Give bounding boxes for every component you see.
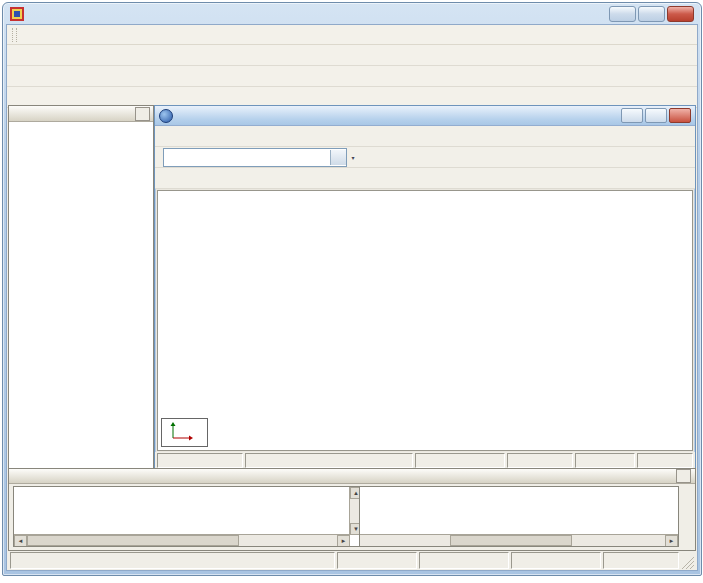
scroll-left-icon[interactable]: ◄ [14,535,27,547]
error-horizontal-scrollbar[interactable]: ► [360,534,678,546]
view-icon [159,109,173,123]
view-window: ▾ [154,105,696,469]
support-close-button[interactable] [676,469,691,483]
menu-bar [7,25,697,45]
scroll-right-icon[interactable]: ► [665,535,678,547]
menu-place[interactable] [76,32,90,37]
menu-grip [12,28,17,42]
view-close-button[interactable] [669,108,691,123]
menu-settings[interactable] [118,32,132,37]
analysis-case-combo[interactable] [163,148,347,167]
support-error-text[interactable]: ► [359,486,679,547]
maximize-button[interactable] [638,6,665,22]
scroll-right-icon[interactable]: ► [337,535,350,547]
main-toolbar-row2 [7,66,697,87]
view-toolbar-row1 [155,126,695,147]
view-titlebar[interactable] [155,106,695,126]
support-window: ▲ ▼ ◄ ► ► [8,468,696,551]
navigator-close-button[interactable] [135,107,150,121]
navigator-window [8,105,154,469]
status-unit-system [603,552,679,569]
support-titlebar [9,469,695,484]
view-toolbar-row3 [155,168,695,189]
support-help-text[interactable]: ▲ ▼ ◄ ► [13,486,363,547]
menu-help[interactable] [160,32,174,37]
status-select-mode [419,552,509,569]
main-window: ▾ [2,2,702,576]
status-bar [8,551,696,569]
menu-window[interactable] [146,32,160,37]
axis-indicator [161,418,208,447]
cursor-y-coordinate [575,453,635,468]
main-toolbar-row1 [7,45,697,66]
cursor-x-coordinate [507,453,573,468]
axis-arrows-icon [162,419,207,446]
status-screen-mode [337,552,417,569]
menu-view[interactable] [62,32,76,37]
view-restore-button[interactable] [645,108,667,123]
main-titlebar [3,3,701,24]
view-status-plane [157,453,243,468]
drawing-canvas[interactable] [157,190,693,451]
help-horizontal-scrollbar[interactable]: ◄ ► [14,534,350,546]
case-dropdown[interactable]: ▾ [348,148,359,166]
menu-file[interactable] [20,32,34,37]
navigator-titlebar [9,106,153,122]
app-icon [10,7,24,21]
status-place-mode [511,552,601,569]
resize-grip[interactable] [681,556,694,569]
menu-calc[interactable] [104,32,118,37]
menu-tools[interactable] [132,32,146,37]
minimize-button[interactable] [609,6,636,22]
view-status-bar [155,452,695,468]
menu-edit[interactable] [34,32,48,37]
view-status-spacer [415,453,505,468]
view-status-layer [245,453,413,468]
combo-arrow-icon[interactable] [330,150,346,165]
view-minimize-button[interactable] [621,108,643,123]
scrollbar-thumb[interactable] [27,535,239,546]
moment-diagram-drawing [158,191,692,450]
cursor-z-coordinate [637,453,693,468]
scrollbar-thumb[interactable] [450,535,572,546]
status-active-window [10,552,335,569]
menu-screen-mode[interactable] [48,32,62,37]
menu-action[interactable] [90,32,104,37]
navigator-tree [9,122,153,125]
client-area: ▾ [6,24,698,571]
view-toolbar-row2: ▾ [155,147,695,168]
close-button[interactable] [667,6,694,22]
